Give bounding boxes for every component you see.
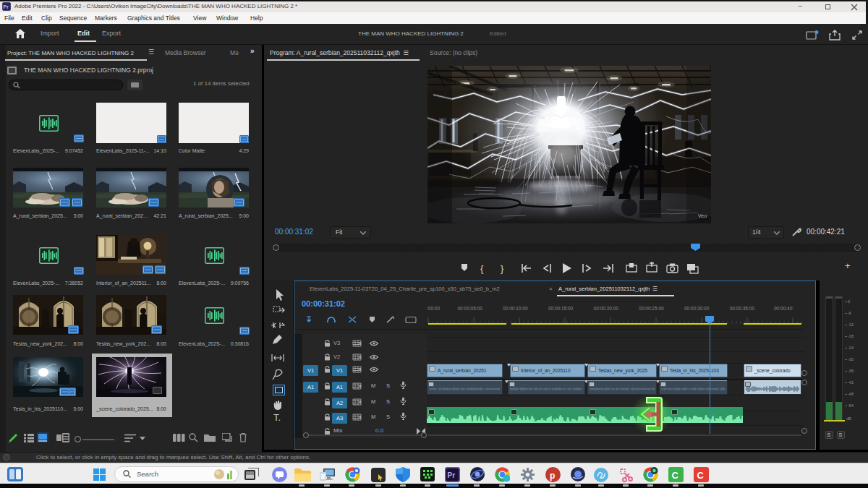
svg-text:Veo: Veo [698, 213, 707, 218]
svg-text:Pr: Pr [448, 471, 456, 479]
svg-text:C: C [672, 470, 679, 481]
svg-text:{: { [480, 263, 484, 274]
svg-text:C: C [697, 470, 705, 481]
svg-text:p: p [550, 471, 555, 481]
svg-text:}: } [501, 263, 504, 274]
